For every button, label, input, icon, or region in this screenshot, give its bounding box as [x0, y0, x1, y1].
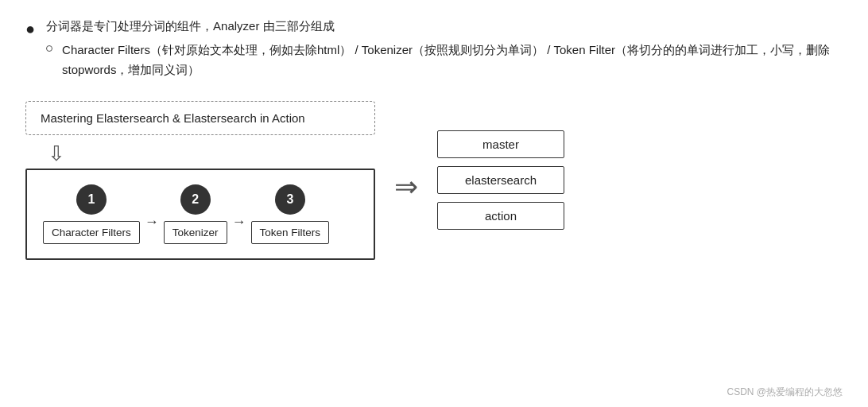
diagram-section: Mastering Elastersearch & Elastersearch … — [25, 101, 843, 260]
step-3-number: 3 — [286, 192, 293, 207]
sub-bullet-text: Character Filters（针对原始文本处理，例如去除html） / T… — [62, 41, 843, 80]
down-arrow-icon: ⇩ — [48, 143, 65, 164]
watermark-text: CSDN @热爱编程的大忽悠 — [727, 386, 843, 399]
step-1: 1 Character Filters — [43, 184, 140, 244]
result-box-2: elastersearch — [437, 166, 564, 194]
step-2-circle: 2 — [180, 184, 211, 215]
sub-bullet-item: Character Filters（针对原始文本处理，例如去除html） / T… — [46, 41, 843, 80]
step-3: 3 Token Filters — [251, 184, 330, 244]
step-2-number: 2 — [192, 192, 199, 207]
bullet-dot: ● — [25, 20, 35, 38]
main-bullet-text: 分词器是专门处理分词的组件，Analyzer 由三部分组成 — [46, 19, 335, 33]
result-box-1: master — [437, 130, 564, 158]
step-1-number: 1 — [87, 192, 95, 207]
arrow-1-icon: → — [145, 198, 159, 231]
right-results: master elastersearch action — [437, 130, 564, 230]
step-1-label: Character Filters — [43, 221, 140, 244]
sub-circle-icon — [46, 45, 52, 52]
arrow-2-icon: → — [232, 198, 246, 231]
step-2: 2 Tokenizer — [164, 184, 227, 244]
steps-row: 1 Character Filters → 2 Tokenizer → — [43, 184, 358, 244]
step-2-label: Tokenizer — [164, 221, 227, 244]
big-arrow-right-icon: ⇒ — [394, 157, 418, 204]
step-1-circle: 1 — [76, 184, 107, 215]
step-3-label: Token Filters — [251, 221, 330, 244]
result-box-3: action — [437, 202, 564, 230]
left-diagram: Mastering Elastersearch & Elastersearch … — [25, 101, 375, 260]
main-bullet-item: ● 分词器是专门处理分词的组件，Analyzer 由三部分组成 Characte… — [25, 19, 843, 83]
input-box: Mastering Elastersearch & Elastersearch … — [25, 101, 375, 135]
step-3-circle: 3 — [275, 184, 305, 215]
pipeline-box: 1 Character Filters → 2 Tokenizer → — [25, 169, 375, 260]
